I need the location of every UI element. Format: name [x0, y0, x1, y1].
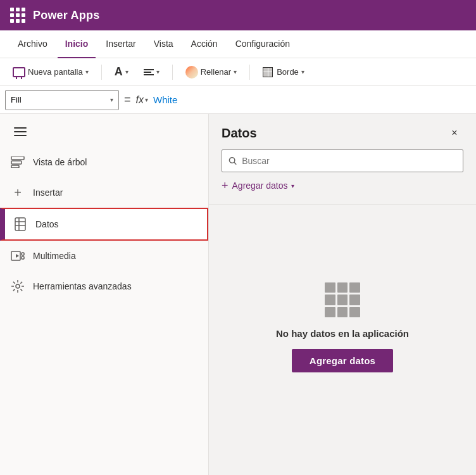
- rellenar-button[interactable]: Rellenar ▾: [180, 62, 242, 82]
- app-title: Power Apps: [33, 9, 99, 22]
- menu-accion[interactable]: Acción: [184, 30, 225, 58]
- divider-1: [101, 65, 102, 80]
- align-chevron: ▾: [156, 68, 160, 75]
- apps-grid-icon[interactable]: [10, 8, 25, 23]
- sidebar-item-herramientas[interactable]: Herramientas avanzadas: [0, 271, 208, 301]
- rellenar-chevron: ▾: [234, 68, 237, 75]
- search-input[interactable]: [242, 156, 456, 166]
- svg-rect-2: [11, 165, 19, 168]
- add-data-plus-icon: +: [222, 180, 229, 191]
- svg-point-20: [229, 158, 234, 163]
- datos-label: Datos: [35, 219, 59, 229]
- hamburger-line-3: [14, 135, 27, 136]
- font-chevron: ▾: [125, 68, 128, 75]
- search-icon: [229, 156, 237, 165]
- panel-title: Datos: [222, 126, 257, 141]
- tree-view-icon: [10, 155, 25, 170]
- nueva-pantalla-button[interactable]: Nueva pantalla ▾: [8, 62, 94, 82]
- add-data-link[interactable]: + Agregar datos ▾: [222, 180, 463, 191]
- property-value: Fill: [11, 95, 22, 104]
- svg-rect-0: [11, 156, 24, 160]
- formula-value[interactable]: White: [153, 94, 471, 105]
- font-button[interactable]: A ▾: [110, 62, 134, 82]
- nueva-pantalla-label: Nueva pantalla: [28, 67, 83, 77]
- font-a-icon: A: [115, 65, 123, 79]
- svg-marker-8: [16, 254, 19, 258]
- herramientas-icon: [10, 279, 25, 294]
- datos-panel: Datos × + Agregar datos ▾ No hay da: [209, 114, 476, 475]
- sidebar-item-tree-view[interactable]: Vista de árbol: [0, 147, 208, 177]
- empty-state-text: No hay datos en la aplicación: [276, 328, 409, 339]
- search-box[interactable]: [222, 149, 463, 172]
- fx-button[interactable]: fx ▾: [136, 94, 148, 106]
- property-selector[interactable]: Fill ▾: [5, 90, 119, 110]
- border-icon: [263, 67, 273, 77]
- divider-3: [249, 65, 250, 80]
- menu-configuracion[interactable]: Configuración: [228, 30, 298, 58]
- screen-icon: [13, 67, 25, 77]
- svg-rect-9: [22, 253, 24, 255]
- add-data-chevron: ▾: [291, 182, 294, 189]
- borde-chevron: ▾: [301, 68, 304, 75]
- multimedia-icon: [10, 248, 25, 263]
- tree-view-label: Vista de árbol: [33, 157, 87, 167]
- hamburger-line-2: [14, 131, 27, 132]
- menu-inicio[interactable]: Inicio: [58, 30, 96, 58]
- equals-sign: =: [124, 93, 131, 106]
- svg-line-17: [20, 289, 22, 291]
- herramientas-label: Herramientas avanzadas: [33, 281, 132, 291]
- empty-grid-icon: [325, 282, 360, 318]
- hamburger-line-1: [14, 127, 27, 129]
- panel-header: Datos ×: [209, 114, 476, 149]
- svg-rect-1: [11, 161, 22, 164]
- svg-line-18: [20, 282, 22, 284]
- toolbar: Nueva pantalla ▾ A ▾ ▾ Rellenar ▾ Borde …: [0, 58, 476, 86]
- svg-line-16: [13, 282, 15, 284]
- fill-icon: [185, 66, 198, 79]
- panel-close-button[interactable]: ×: [446, 124, 463, 142]
- topbar: Power Apps: [0, 0, 476, 30]
- svg-rect-3: [15, 218, 25, 231]
- sidebar-item-datos[interactable]: Datos: [0, 208, 208, 241]
- divider-2: [172, 65, 173, 80]
- borde-label: Borde: [277, 67, 299, 77]
- menu-insertar[interactable]: Insertar: [98, 30, 143, 58]
- sidebar-item-multimedia[interactable]: Multimedia: [0, 241, 208, 271]
- align-icon: [144, 69, 154, 75]
- menubar: Archivo Inicio Insertar Vista Acción Con…: [0, 30, 476, 58]
- fx-icon: fx: [136, 94, 144, 106]
- multimedia-label: Multimedia: [33, 251, 76, 261]
- sidebar: Vista de árbol + Insertar Datos: [0, 114, 209, 475]
- property-chevron: ▾: [110, 96, 113, 103]
- nueva-pantalla-chevron: ▾: [85, 68, 89, 75]
- align-button[interactable]: ▾: [139, 62, 165, 82]
- svg-rect-10: [22, 256, 24, 259]
- empty-state: No hay datos en la aplicación Agregar da…: [209, 205, 476, 475]
- formulabar: Fill ▾ = fx ▾ White: [0, 86, 476, 114]
- rellenar-label: Rellenar: [201, 67, 231, 77]
- close-icon: ×: [451, 127, 457, 139]
- datos-icon: [13, 217, 28, 232]
- borde-button[interactable]: Borde ▾: [258, 62, 310, 82]
- sidebar-item-insertar[interactable]: + Insertar: [0, 177, 208, 208]
- svg-line-21: [234, 162, 236, 164]
- svg-point-11: [16, 284, 20, 288]
- menu-vista[interactable]: Vista: [146, 30, 181, 58]
- hamburger-menu[interactable]: [10, 122, 30, 142]
- main-area: Vista de árbol + Insertar Datos: [0, 114, 476, 475]
- insertar-icon: +: [10, 185, 25, 200]
- add-data-label: Agregar datos: [232, 180, 288, 191]
- agregar-datos-button[interactable]: Agregar datos: [292, 349, 393, 372]
- menu-archivo[interactable]: Archivo: [10, 30, 55, 58]
- svg-line-19: [13, 289, 15, 291]
- insertar-label: Insertar: [33, 187, 63, 198]
- fx-chevron: ▾: [145, 96, 148, 103]
